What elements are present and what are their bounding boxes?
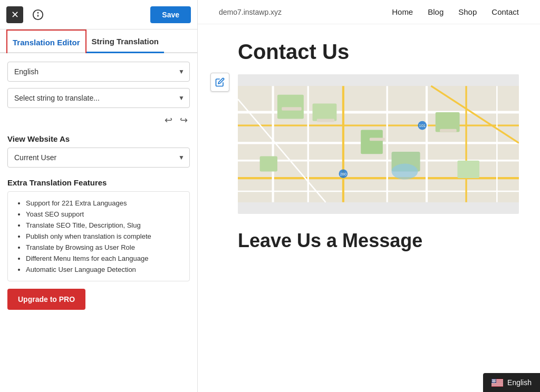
svg-point-60: [495, 381, 495, 382]
svg-point-24: [391, 164, 418, 180]
svg-rect-39: [491, 383, 503, 384]
right-panel: demo7.instawp.xyz Home Blog Shop Contact…: [198, 0, 540, 392]
site-content: Contact Us: [198, 24, 540, 268]
svg-point-53: [493, 380, 493, 381]
redo-button[interactable]: ↪: [180, 114, 188, 126]
svg-point-57: [493, 381, 493, 382]
svg-rect-28: [317, 119, 334, 122]
list-item: Support for 221 Extra Languages: [26, 199, 181, 207]
features-box: Support for 221 Extra Languages Yoast SE…: [7, 191, 190, 281]
svg-point-46: [494, 379, 495, 379]
svg-rect-29: [370, 138, 385, 141]
view-as-dropdown-wrap: Current User Guest Administrator ▼: [7, 148, 190, 168]
flag-icon: [491, 379, 503, 387]
features-list: Support for 221 Extra Languages Yoast SE…: [16, 199, 181, 273]
svg-point-50: [494, 380, 495, 380]
view-as-title: View Website As: [7, 134, 190, 143]
nav-contact[interactable]: Contact: [491, 7, 519, 16]
info-button[interactable]: [30, 6, 46, 23]
svg-point-55: [494, 380, 495, 381]
view-as-select[interactable]: Current User Guest Administrator: [7, 148, 190, 168]
upgrade-button[interactable]: Upgrade to PRO: [7, 289, 85, 310]
tab-string-translation[interactable]: String Translation: [86, 30, 165, 52]
list-item: Automatic User Language Detection: [26, 266, 181, 273]
list-item: Translate by Browsing as User Role: [26, 243, 181, 251]
close-button[interactable]: ✕: [6, 6, 23, 23]
language-badge[interactable]: English: [483, 373, 540, 392]
language-dropdown-wrap: English French Spanish German Italian ▼: [7, 62, 190, 82]
svg-text:101: 101: [419, 123, 426, 128]
toolbar: ✕ Save: [0, 0, 197, 30]
undo-redo-row: ↩ ↪: [7, 114, 190, 126]
nav-shop[interactable]: Shop: [458, 7, 477, 16]
svg-rect-23: [457, 161, 479, 178]
map-container: 101 280: [238, 74, 519, 214]
tab-translation-editor[interactable]: Translation Editor: [6, 30, 86, 53]
site-header: demo7.instawp.xyz Home Blog Shop Contact: [198, 0, 540, 24]
svg-point-44: [493, 379, 493, 379]
svg-rect-27: [282, 107, 301, 111]
svg-point-43: [492, 379, 493, 379]
panel-content: English French Spanish German Italian ▼ …: [0, 53, 197, 318]
svg-rect-40: [491, 384, 503, 385]
content-with-edit: Contact Us: [219, 40, 519, 252]
svg-text:280: 280: [340, 172, 347, 177]
svg-point-48: [493, 380, 493, 380]
left-panel: ✕ Save Translation Editor String Transla…: [0, 0, 198, 392]
list-item: Yoast SEO support: [26, 210, 181, 218]
svg-point-56: [495, 380, 496, 381]
string-select[interactable]: Select string to translate...: [7, 88, 190, 108]
svg-rect-30: [440, 129, 457, 132]
svg-rect-19: [313, 103, 337, 121]
svg-point-47: [495, 379, 496, 379]
language-select[interactable]: English French Spanish German Italian: [7, 62, 190, 82]
svg-point-54: [494, 380, 494, 381]
list-item: Publish only when translation is complet…: [26, 232, 181, 240]
extra-features-title: Extra Translation Features: [7, 178, 190, 187]
nav-home[interactable]: Home: [392, 7, 413, 16]
tabs: Translation Editor String Translation: [0, 30, 197, 53]
svg-rect-22: [260, 156, 277, 171]
svg-rect-41: [491, 385, 503, 386]
svg-point-45: [494, 379, 494, 379]
svg-point-49: [493, 380, 494, 380]
extra-features-section: Extra Translation Features Support for 2…: [7, 176, 190, 310]
edit-page-button[interactable]: [210, 73, 229, 92]
svg-rect-18: [361, 130, 383, 154]
undo-button[interactable]: ↩: [165, 114, 172, 126]
string-dropdown-wrap: Select string to translate... ▼: [7, 88, 190, 108]
language-badge-label: English: [507, 378, 532, 387]
site-nav: Home Blog Shop Contact: [392, 7, 519, 16]
list-item: Different Menu Items for each Language: [26, 254, 181, 262]
svg-point-58: [493, 381, 494, 382]
site-url: demo7.instawp.xyz: [219, 8, 282, 16]
save-button[interactable]: Save: [150, 6, 191, 23]
nav-blog[interactable]: Blog: [428, 7, 443, 16]
main-col: Contact Us: [238, 40, 519, 252]
view-website-as-section: View Website As Current User Guest Admin…: [7, 132, 190, 168]
page-title: Contact Us: [238, 40, 519, 64]
svg-point-52: [492, 380, 493, 381]
leave-message-title: Leave Us a Message: [238, 230, 519, 252]
svg-point-59: [494, 381, 495, 382]
list-item: Translate SEO Title, Description, Slug: [26, 221, 181, 229]
edit-col: [219, 40, 238, 252]
svg-point-51: [495, 380, 495, 380]
svg-rect-17: [277, 95, 304, 119]
